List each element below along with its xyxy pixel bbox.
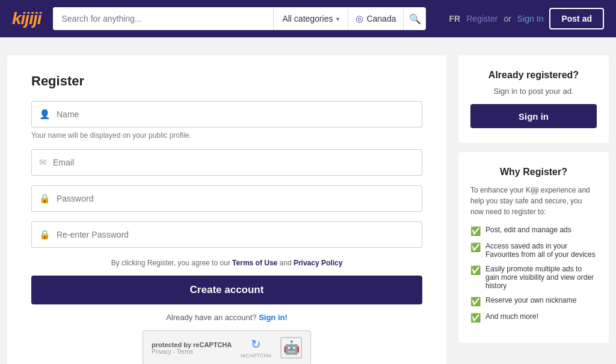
already-account-text: Already have an account? bbox=[166, 313, 256, 322]
check-icon: ✅ bbox=[470, 297, 481, 306]
name-input-wrapper: 👤 bbox=[31, 101, 422, 128]
register-link[interactable]: Register bbox=[466, 14, 497, 23]
register-form-panel: Register 👤 Your name will be displayed o… bbox=[7, 55, 446, 364]
already-registered-text: Sign in to post your ad. bbox=[470, 87, 597, 96]
signin-link[interactable]: Sign In bbox=[517, 14, 544, 23]
post-ad-button[interactable]: Post ad bbox=[549, 8, 604, 29]
lock-icon: 🔒 bbox=[39, 193, 51, 204]
why-register-title: Why Register? bbox=[470, 167, 597, 177]
benefit-item: ✅Post, edit and manage ads bbox=[470, 226, 597, 236]
main-content: Register 👤 Your name will be displayed o… bbox=[1, 55, 615, 364]
header-right: FR Register or Sign In Post ad bbox=[449, 8, 604, 29]
email-icon: ✉ bbox=[39, 157, 47, 168]
recaptcha-label: protected by reCAPTCHA bbox=[152, 341, 232, 348]
categories-label: All categories bbox=[282, 14, 333, 23]
reenter-password-field-group: 🔒 bbox=[31, 221, 422, 248]
benefit-text: Post, edit and manage ads bbox=[485, 226, 571, 234]
terms-before: By clicking Register, you agree to our bbox=[111, 259, 232, 267]
form-title: Register bbox=[31, 73, 422, 89]
password-field-group: 🔒 bbox=[31, 185, 422, 212]
location-label: Canada bbox=[366, 14, 396, 23]
privacy-policy-link[interactable]: Privacy Policy bbox=[294, 259, 342, 267]
lock-icon2: 🔒 bbox=[39, 229, 51, 240]
why-register-card: Why Register? To enhance your Kijiji exp… bbox=[458, 152, 609, 343]
check-icon: ✅ bbox=[470, 242, 481, 252]
search-bar: All categories ▾ ◎ Canada 🔍 bbox=[53, 7, 426, 30]
signin-prompt-link[interactable]: Sign in! bbox=[259, 313, 288, 322]
benefit-item: ✅Reserve your own nickname bbox=[470, 296, 597, 306]
recaptcha-terms-link[interactable]: Terms bbox=[177, 348, 193, 355]
sidebar: Already registered? Sign in to post your… bbox=[458, 55, 609, 364]
check-icon: ✅ bbox=[470, 265, 481, 275]
person-icon: 👤 bbox=[39, 109, 51, 120]
location-icon: ◎ bbox=[356, 13, 363, 24]
recaptcha-text: protected by reCAPTCHA bbox=[152, 341, 232, 348]
benefit-item: ✅And much more! bbox=[470, 312, 597, 322]
recaptcha-logo: ↻ reCAPTCHA bbox=[241, 337, 271, 359]
recaptcha-links: Privacy - Terms bbox=[152, 348, 232, 355]
recaptcha-privacy-link[interactable]: Privacy bbox=[152, 348, 171, 355]
or-text: or bbox=[504, 14, 511, 23]
recaptcha-icon: ↻ bbox=[251, 337, 261, 351]
already-registered-title: Already registered? bbox=[470, 70, 597, 81]
already-registered-card: Already registered? Sign in to post your… bbox=[458, 55, 609, 143]
password-input[interactable] bbox=[57, 194, 414, 203]
email-input[interactable] bbox=[53, 158, 414, 167]
name-hint: Your name will be displayed on your publ… bbox=[31, 131, 422, 140]
signin-sidebar-button[interactable]: Sign in bbox=[470, 104, 597, 128]
search-button[interactable]: 🔍 bbox=[403, 7, 426, 30]
terms-and: and bbox=[280, 259, 294, 267]
benefit-text: Access saved ads in your Favourites from… bbox=[485, 242, 597, 259]
chevron-down-icon: ▾ bbox=[336, 16, 339, 22]
location-section: ◎ Canada bbox=[348, 7, 403, 30]
benefit-text: And much more! bbox=[485, 312, 538, 321]
reenter-password-input[interactable] bbox=[57, 230, 414, 239]
reenter-password-input-wrapper: 🔒 bbox=[31, 221, 422, 248]
email-field-group: ✉ bbox=[31, 149, 422, 176]
categories-dropdown[interactable]: All categories ▾ bbox=[274, 7, 348, 30]
benefits-list: ✅Post, edit and manage ads✅Access saved … bbox=[470, 226, 597, 322]
email-input-wrapper: ✉ bbox=[31, 149, 422, 176]
language-button[interactable]: FR bbox=[449, 14, 461, 23]
search-input[interactable] bbox=[53, 7, 273, 30]
name-input[interactable] bbox=[57, 110, 414, 119]
terms-text: By clicking Register, you agree to our T… bbox=[31, 259, 422, 267]
recaptcha-logo-text: reCAPTCHA bbox=[241, 353, 271, 359]
signin-prompt: Already have an account? Sign in! bbox=[31, 313, 422, 322]
recaptcha-branding: protected by reCAPTCHA Privacy - Terms bbox=[152, 341, 232, 355]
check-icon: ✅ bbox=[470, 226, 481, 236]
password-input-wrapper: 🔒 bbox=[31, 185, 422, 212]
recaptcha-box: protected by reCAPTCHA Privacy - Terms ↻… bbox=[143, 330, 311, 364]
recaptcha-checkbox[interactable]: 🤖 bbox=[280, 337, 302, 359]
robot-icon: 🤖 bbox=[283, 340, 300, 356]
search-icon: 🔍 bbox=[409, 13, 421, 25]
header: kijiji All categories ▾ ◎ Canada 🔍 FR Re… bbox=[0, 0, 616, 37]
name-field-group: 👤 Your name will be displayed on your pu… bbox=[31, 101, 422, 140]
benefit-item: ✅Access saved ads in your Favourites fro… bbox=[470, 242, 597, 259]
benefit-item: ✅Easily promote multiple ads to gain mor… bbox=[470, 265, 597, 290]
terms-of-use-link[interactable]: Terms of Use bbox=[232, 259, 277, 267]
check-icon: ✅ bbox=[470, 313, 481, 322]
benefit-text: Reserve your own nickname bbox=[485, 296, 576, 304]
create-account-button[interactable]: Create account bbox=[31, 276, 422, 304]
benefit-text: Easily promote multiple ads to gain more… bbox=[485, 265, 597, 290]
why-register-description: To enhance your Kijiji experience and he… bbox=[470, 185, 597, 217]
logo: kijiji bbox=[12, 9, 41, 28]
